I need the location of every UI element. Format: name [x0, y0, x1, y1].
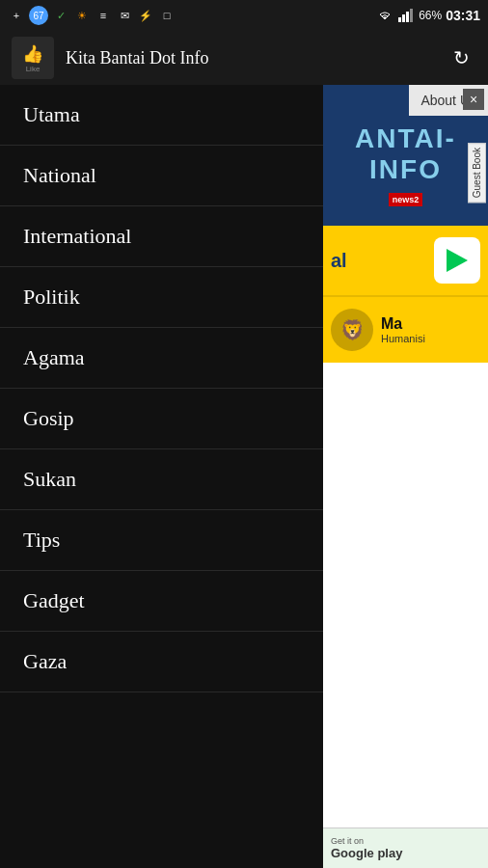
tiger-logo: 🦁 — [331, 309, 373, 351]
sidebar-item-international[interactable]: International — [0, 206, 323, 267]
news2-badge: news2 — [389, 193, 423, 206]
maybank-text: Ma — [381, 315, 425, 333]
menu-icon: ≡ — [95, 7, 112, 24]
get-it-text: Get it on — [331, 836, 480, 846]
refresh-button[interactable]: ↻ — [446, 42, 476, 73]
wifi-icon — [376, 7, 393, 24]
add-icon: + — [8, 7, 25, 24]
status-left-icons: + 67 ✓ ☀ ≡ ✉ ⚡ □ — [8, 6, 176, 25]
maybank-section: 🦁 Ma Humanisi — [323, 295, 488, 363]
sidebar-item-utama[interactable]: Utama — [0, 85, 323, 146]
status-bar: + 67 ✓ ☀ ≡ ✉ ⚡ □ 66% 03:31 — [0, 0, 488, 31]
like-label: Like — [26, 65, 41, 73]
sidebar-item-tips[interactable]: Tips — [0, 510, 323, 571]
close-button[interactable]: × — [463, 89, 484, 110]
battery-charge-icon: ⚡ — [137, 7, 154, 24]
svg-rect-2 — [406, 12, 409, 22]
sidebar-menu: Utama National International Politik Aga… — [0, 85, 323, 868]
svg-rect-0 — [398, 17, 401, 22]
sidebar-item-politik[interactable]: Politik — [0, 267, 323, 328]
check-icon: ✓ — [52, 7, 69, 24]
status-time: 03:31 — [446, 8, 480, 23]
play-logo[interactable] — [434, 237, 480, 284]
app-logo: 👍 Like — [12, 37, 54, 79]
guest-book-label[interactable]: Guest Book — [468, 143, 486, 203]
status-right-icons: 66% 03:31 — [376, 7, 480, 24]
nav-bar: 👍 Like Kita Bantai Dot Info ↻ — [0, 31, 488, 85]
al-text: al — [331, 250, 347, 272]
svg-rect-1 — [402, 14, 405, 22]
thumb-icon: 👍 — [22, 43, 43, 65]
sidebar-item-sukan[interactable]: Sukan — [0, 449, 323, 510]
battery-percent: 66% — [419, 9, 442, 22]
sidebar-item-gaza[interactable]: Gaza — [0, 632, 323, 692]
website-preview: About Us ANTAI- INFO news2 Guest Book al… — [323, 85, 488, 868]
sidebar-item-gadget[interactable]: Gadget — [0, 571, 323, 632]
site-title-line2: INFO — [331, 154, 480, 185]
email-icon: ✉ — [116, 7, 133, 24]
sidebar-item-agama[interactable]: Agama — [0, 328, 323, 389]
google-play-text: Google play — [331, 846, 480, 860]
humanisi-text: Humanisi — [381, 333, 425, 344]
page-title: Kita Bantai Dot Info — [66, 48, 434, 68]
sun-icon: ☀ — [73, 7, 91, 24]
site-title-line1: ANTAI- — [331, 123, 480, 154]
signal-icon — [397, 7, 415, 24]
svg-rect-3 — [410, 9, 413, 22]
sidebar-item-gosip[interactable]: Gosip — [0, 389, 323, 449]
google-play-banner[interactable]: Get it on Google play — [323, 827, 488, 868]
app-icon: □ — [158, 7, 176, 24]
notification-count: 67 — [29, 6, 48, 25]
google-play-section: al — [323, 226, 488, 295]
play-triangle-icon — [447, 249, 468, 272]
sidebar-item-national[interactable]: National — [0, 146, 323, 206]
main-content: Utama National International Politik Aga… — [0, 85, 488, 868]
